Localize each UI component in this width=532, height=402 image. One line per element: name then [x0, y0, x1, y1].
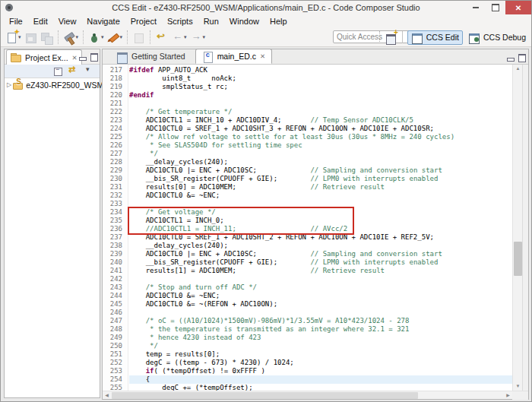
forward-button[interactable]: ▾	[188, 30, 207, 46]
line-number[interactable]: 231	[103, 183, 128, 192]
code-line[interactable]: ADC10CTL1 = INCH_10 + ADC10DIV_4; // Tem…	[129, 116, 512, 125]
line-number[interactable]: 223	[103, 116, 128, 125]
debug-button[interactable]: ▾	[87, 30, 106, 46]
flash-button[interactable]: ▾	[106, 30, 125, 46]
horizontal-scrollbar[interactable]: ◀ ▶	[103, 391, 528, 399]
scroll-left-icon[interactable]: ◀	[103, 391, 111, 400]
dropdown-arrow-icon[interactable]: ▾	[203, 34, 206, 40]
minimize-button[interactable]	[466, 1, 486, 14]
line-number[interactable]: 225	[103, 133, 128, 141]
code-line[interactable]	[129, 309, 512, 317]
line-number[interactable]: 222	[103, 108, 128, 116]
code-line[interactable]: __delay_cycles(240);	[129, 242, 512, 250]
code-line[interactable]: {	[129, 375, 512, 384]
menu-view[interactable]: View	[53, 15, 82, 27]
line-number[interactable]: 235	[103, 217, 128, 225]
menu-project[interactable]: Project	[125, 15, 162, 27]
line-number[interactable]: 249	[103, 334, 128, 342]
editor-tab-getting-started[interactable]: Getting Started	[110, 49, 194, 64]
code-line[interactable]: ADC10CTL0 = SREF_1 + ADC10SHT_2 + REFON …	[129, 233, 512, 242]
code-line[interactable]: temp = results[0];	[129, 350, 512, 359]
link-with-editor-button[interactable]	[66, 65, 82, 78]
menu-run[interactable]: Run	[198, 15, 224, 27]
dropdown-arrow-icon[interactable]: ▾	[184, 34, 187, 40]
code-line[interactable]: * See SLAS504D for settling time spec	[129, 141, 512, 150]
code-line[interactable]: /* Get temperature */	[129, 108, 512, 116]
code-line[interactable]: * the temperature is transmitted as an i…	[129, 325, 512, 334]
code-line[interactable]: //ADC10CTL1 = INCH_11; // AVcc/2	[129, 225, 512, 233]
vertical-scrollbar[interactable]: ▲ ▼	[512, 65, 522, 391]
code-line[interactable]: /* Allow ref voltage to settle for at le…	[129, 133, 512, 141]
code-line[interactable]: * hence 4230 instead of 423	[129, 334, 512, 342]
line-number[interactable]: 219	[103, 83, 128, 91]
perspective-ccs-edit[interactable]: CCS Edit	[407, 30, 463, 45]
maximize-button[interactable]	[486, 1, 505, 14]
line-number[interactable]: 217	[103, 66, 128, 74]
code-line[interactable]: ADC10CTL0 &= ~ENC;	[129, 292, 512, 300]
dropdown-arrow-icon[interactable]: ▾	[101, 34, 104, 40]
line-number-ruler[interactable]: 2172182192202212222232242252262272282292…	[103, 65, 128, 391]
editor-maximize-icon[interactable]	[517, 52, 526, 62]
line-number[interactable]: 233	[103, 200, 128, 208]
line-number[interactable]: 226	[103, 141, 128, 150]
scroll-right-icon[interactable]: ▶	[504, 391, 512, 400]
code-line[interactable]: __bis_SR_register(CPUOFF + GIE); // LPM0…	[129, 258, 512, 267]
back-button[interactable]: ▾	[169, 30, 188, 46]
line-number[interactable]: 232	[103, 192, 128, 200]
line-number[interactable]: 228	[103, 158, 128, 166]
project-explorer-tab[interactable]: Project Ex... ✕	[6, 49, 82, 65]
tree-item-project[interactable]: ▷eZ430-RF2500_WSM	[5, 78, 100, 91]
menu-navigate[interactable]: Navigate	[81, 15, 125, 27]
line-number[interactable]: 254	[103, 375, 128, 384]
overview-ruler[interactable]	[522, 65, 528, 391]
code-line[interactable]: __bis_SR_register(CPUOFF + GIE); // LPM0…	[129, 175, 512, 183]
line-number[interactable]: 220	[103, 91, 128, 100]
code-line[interactable]: #endif	[129, 91, 512, 100]
line-number[interactable]: 234	[103, 208, 128, 217]
new-button[interactable]: ▾	[4, 30, 23, 46]
code-line[interactable]: degC += (*tempOffset);	[129, 384, 512, 391]
code-line[interactable]: ADC10CTL0 &= ~(REFON + ADC10ON);	[129, 300, 512, 309]
code-pane[interactable]: #ifdef APP_AUTO_ACK uint8_t noAck; smplS…	[129, 65, 512, 391]
collapse-all-button[interactable]	[50, 65, 66, 78]
line-number[interactable]: 227	[103, 150, 128, 158]
line-number[interactable]: 242	[103, 275, 128, 283]
code-line[interactable]	[129, 275, 512, 283]
line-number[interactable]: 238	[103, 242, 128, 250]
open-perspective-button[interactable]	[383, 30, 399, 46]
panel-minimize-icon[interactable]	[78, 52, 87, 61]
code-line[interactable]: ADC10CTL0 |= ENC + ADC10SC; // Sampling …	[129, 166, 512, 175]
code-line[interactable]	[129, 100, 512, 108]
line-number[interactable]: 239	[103, 250, 128, 258]
line-number[interactable]: 251	[103, 350, 128, 359]
code-line[interactable]: ADC10CTL0 |= ENC + ADC10SC; // Sampling …	[129, 250, 512, 258]
line-number[interactable]: 253	[103, 367, 128, 375]
line-number[interactable]: 246	[103, 309, 128, 317]
code-line[interactable]: if( (*tempOffset) != 0xFFFF )	[129, 367, 512, 375]
code-line[interactable]: ADC10CTL1 = INCH_0;	[129, 217, 512, 225]
line-number[interactable]: 255	[103, 384, 128, 391]
code-line[interactable]: results[1] = ADC10MEM; // Retrieve resul…	[129, 267, 512, 275]
menu-edit[interactable]: Edit	[28, 15, 53, 27]
code-line[interactable]: results[0] = ADC10MEM; // Retrieve resul…	[129, 183, 512, 192]
code-line[interactable]: ADC10CTL0 = SREF_1 + ADC10SHT_3 + REFON …	[129, 125, 512, 133]
dropdown-arrow-icon[interactable]: ▾	[120, 34, 123, 40]
menu-file[interactable]: File	[4, 15, 28, 27]
code-line[interactable]: ADC10CTL0 &= ~ENC;	[129, 192, 512, 200]
build-button[interactable]: ▾	[62, 30, 81, 46]
code-line[interactable]	[129, 200, 512, 208]
vertical-scroll-thumb[interactable]	[514, 242, 522, 276]
code-line[interactable]: */	[129, 342, 512, 350]
code-line[interactable]: /* oC = ((A10/1024)*1500mV)-986mV)*1/3.5…	[129, 317, 512, 325]
dropdown-arrow-icon[interactable]: ▾	[76, 34, 79, 40]
line-number[interactable]: 221	[103, 100, 128, 108]
code-line[interactable]: */	[129, 150, 512, 158]
line-number[interactable]: 224	[103, 125, 128, 133]
tab-close-icon[interactable]: ✕	[259, 52, 266, 60]
line-number[interactable]: 243	[103, 283, 128, 292]
line-number[interactable]: 229	[103, 166, 128, 175]
panel-maximize-icon[interactable]	[89, 52, 98, 61]
line-number[interactable]: 244	[103, 292, 128, 300]
line-number[interactable]: 247	[103, 317, 128, 325]
editor-tab-main-ed-c[interactable]: main_ED.c✕	[195, 49, 272, 64]
